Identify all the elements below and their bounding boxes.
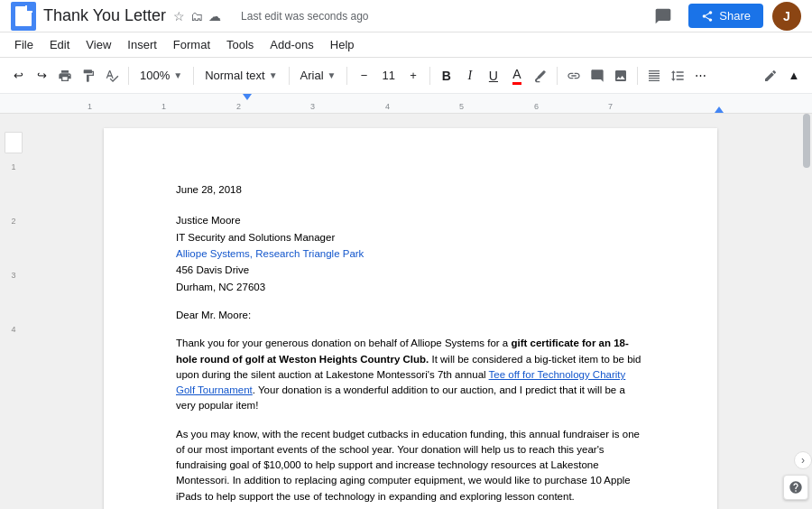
- spell-check-button[interactable]: [101, 63, 123, 88]
- recipient-address: Justice Moore IT Security and Solutions …: [176, 212, 645, 295]
- font-dropdown[interactable]: Arial ▼: [295, 63, 342, 88]
- separator-4: [346, 67, 347, 85]
- menu-view[interactable]: View: [78, 36, 118, 53]
- recipient-title: IT Security and Solutions Manager: [176, 229, 645, 245]
- right-indent-marker[interactable]: [715, 106, 724, 113]
- document-page[interactable]: June 28, 2018 Justice Moore IT Security …: [104, 128, 717, 509]
- recipient-company: Alliope Systems, Research Triangle Park: [176, 245, 645, 262]
- print-button[interactable]: [54, 63, 76, 88]
- link-button[interactable]: [563, 63, 585, 88]
- zoom-arrow-icon: ▼: [173, 70, 182, 80]
- text-color-button[interactable]: A: [506, 63, 528, 88]
- page-number-4: 4: [11, 325, 15, 334]
- left-sidebar: 1 2 3 4: [0, 114, 27, 509]
- menu-bar: File Edit View Insert Format Tools Add-o…: [0, 32, 812, 58]
- paragraph-2: As you may know, with the recent budget …: [176, 427, 645, 504]
- recipient-address2: Durham, NC 27603: [176, 279, 645, 295]
- document-scroll-area[interactable]: June 28, 2018 Justice Moore IT Security …: [27, 114, 794, 509]
- left-indent-marker[interactable]: [243, 94, 252, 100]
- google-docs-icon: [11, 2, 36, 31]
- menu-insert[interactable]: Insert: [120, 36, 164, 53]
- recipient-name: Justice Moore: [176, 212, 645, 228]
- font-size-increase[interactable]: +: [402, 63, 424, 88]
- underline-button[interactable]: U: [483, 63, 504, 88]
- image-button[interactable]: [610, 63, 632, 88]
- cloud-icon[interactable]: ☁: [208, 9, 221, 23]
- separator-7: [637, 67, 638, 85]
- bold-button[interactable]: B: [436, 63, 457, 88]
- para1-pre: Thank you for your generous donation on …: [176, 338, 511, 348]
- collapse-toolbar-button[interactable]: ▲: [783, 63, 805, 88]
- menu-tools[interactable]: Tools: [219, 36, 261, 53]
- menu-file[interactable]: File: [7, 36, 41, 53]
- header-right: Share J: [647, 0, 801, 32]
- right-sidebar: ›: [794, 114, 812, 509]
- document-title[interactable]: Thank You Letter: [43, 6, 166, 25]
- separator-1: [128, 67, 129, 85]
- paragraph-1: Thank you for your generous donation on …: [176, 336, 645, 413]
- font-size-dropdown[interactable]: 11: [376, 63, 400, 88]
- separator-3: [289, 67, 290, 85]
- italic-button[interactable]: I: [459, 63, 481, 88]
- line-spacing-button[interactable]: [667, 63, 688, 88]
- toolbar: ↩ ↪ 100% ▼ Normal text ▼ Arial ▼ − 11 + …: [0, 58, 812, 94]
- main-area: 1 2 3 4 June 28, 2018 Justice Moore IT S…: [0, 114, 812, 509]
- align-button[interactable]: [643, 63, 665, 88]
- user-avatar[interactable]: J: [772, 2, 801, 31]
- page-thumbnail-1: [5, 132, 23, 153]
- explore-button[interactable]: [783, 475, 808, 500]
- menu-addons[interactable]: Add-ons: [263, 36, 320, 53]
- edit-mode-button[interactable]: [760, 63, 781, 88]
- recipient-address1: 456 Davis Drive: [176, 262, 645, 278]
- zoom-dropdown[interactable]: 100% ▼: [134, 63, 188, 88]
- undo-button[interactable]: ↩: [7, 63, 29, 88]
- redo-button[interactable]: ↪: [31, 63, 52, 88]
- menu-format[interactable]: Format: [166, 36, 217, 53]
- style-arrow-icon: ▼: [269, 70, 278, 80]
- comment-button[interactable]: [586, 63, 608, 88]
- share-button[interactable]: Share: [688, 4, 763, 28]
- folder-icon[interactable]: 🗂: [190, 9, 203, 23]
- title-bar: Thank You Letter ☆ 🗂 ☁ Last edit was sec…: [0, 0, 812, 32]
- comments-button[interactable]: [647, 0, 679, 32]
- scrollbar-track: [803, 114, 810, 509]
- style-dropdown[interactable]: Normal text ▼: [199, 63, 282, 88]
- separator-6: [557, 67, 558, 85]
- greeting: Dear Mr. Moore:: [176, 308, 645, 323]
- ruler: 1 1 2 3 4 5 6 7: [0, 94, 812, 114]
- paint-format-button[interactable]: [78, 63, 99, 88]
- font-size-decrease[interactable]: −: [353, 63, 374, 88]
- scrollbar-thumb[interactable]: [803, 114, 810, 168]
- collapse-panel-button[interactable]: ›: [794, 451, 812, 469]
- font-arrow-icon: ▼: [328, 70, 337, 80]
- separator-5: [429, 67, 430, 85]
- menu-help[interactable]: Help: [323, 36, 362, 53]
- page-number-1: 1: [11, 162, 15, 171]
- last-edit-text: Last edit was seconds ago: [241, 10, 647, 23]
- separator-2: [193, 67, 194, 85]
- page-number-3: 3: [11, 271, 15, 280]
- menu-edit[interactable]: Edit: [42, 36, 77, 53]
- more-button[interactable]: ⋯: [690, 63, 712, 88]
- star-icon[interactable]: ☆: [173, 9, 185, 23]
- letter-date: June 28, 2018: [176, 182, 645, 198]
- highlight-button[interactable]: [530, 63, 551, 88]
- page-number-2: 2: [11, 217, 15, 226]
